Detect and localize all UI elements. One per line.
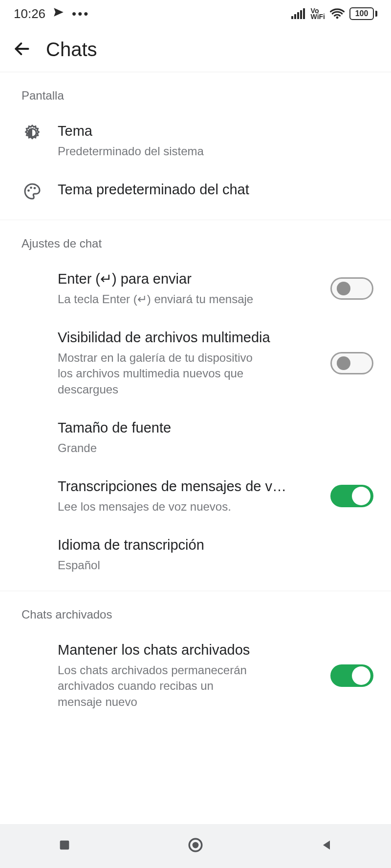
row-subtitle: Los chats archivados permanecerán archiv… bbox=[58, 662, 253, 710]
svg-point-12 bbox=[193, 842, 199, 848]
row-title: Mantener los chats archivados bbox=[58, 641, 306, 660]
row-title: Tema predeterminado del chat bbox=[58, 181, 373, 199]
wifi-icon bbox=[330, 8, 345, 19]
svg-rect-3 bbox=[300, 10, 302, 19]
row-media-visibility[interactable]: Visibilidad de archivos multimedia Mostr… bbox=[0, 318, 391, 408]
page-title: Chats bbox=[46, 39, 97, 61]
android-nav-bar bbox=[0, 824, 391, 868]
brightness-icon bbox=[22, 122, 43, 144]
svg-rect-0 bbox=[291, 16, 293, 19]
app-bar: Chats bbox=[0, 27, 391, 72]
toggle-media-visibility[interactable] bbox=[330, 352, 373, 374]
row-title: Transcripciones de mensajes de v… bbox=[58, 477, 306, 496]
row-title: Enter (↵) para enviar bbox=[58, 270, 306, 289]
row-subtitle: La tecla Enter (↵) enviará tu mensaje bbox=[58, 291, 282, 307]
svg-rect-1 bbox=[294, 14, 296, 19]
svg-rect-4 bbox=[303, 8, 305, 19]
row-theme[interactable]: Tema Predeterminado del sistema bbox=[0, 111, 391, 170]
svg-point-9 bbox=[34, 187, 36, 189]
back-icon[interactable] bbox=[13, 40, 31, 60]
svg-rect-2 bbox=[297, 12, 299, 19]
battery-level: 100 bbox=[355, 9, 369, 18]
nav-recents-icon[interactable] bbox=[58, 838, 71, 854]
row-font-size[interactable]: Tamaño de fuente Grande bbox=[0, 408, 391, 467]
row-subtitle: Lee los mensajes de voz nuevos. bbox=[58, 499, 282, 515]
svg-rect-10 bbox=[60, 841, 69, 850]
status-bar: 10:26 ••• VoWiFi bbox=[0, 0, 391, 27]
nav-back-icon[interactable] bbox=[320, 838, 333, 854]
palette-icon bbox=[22, 181, 43, 202]
more-icon: ••• bbox=[72, 6, 89, 21]
send-icon bbox=[52, 6, 65, 22]
toggle-voice-transcripts[interactable] bbox=[330, 485, 373, 507]
row-title: Tema bbox=[58, 122, 373, 141]
toggle-keep-archived[interactable] bbox=[330, 664, 373, 687]
row-title: Tamaño de fuente bbox=[58, 419, 373, 437]
row-chat-theme[interactable]: Tema predeterminado del chat bbox=[0, 170, 391, 213]
toggle-enter-to-send[interactable] bbox=[330, 277, 373, 300]
row-subtitle: Español bbox=[58, 558, 268, 573]
row-voice-transcripts[interactable]: Transcripciones de mensajes de v… Lee lo… bbox=[0, 467, 391, 525]
cellular-signal-icon bbox=[291, 8, 306, 19]
row-keep-archived[interactable]: Mantener los chats archivados Los chats … bbox=[0, 630, 391, 721]
status-time: 10:26 bbox=[14, 6, 45, 21]
row-subtitle: Grande bbox=[58, 440, 268, 456]
row-subtitle: Mostrar en la galería de tu dispositivo … bbox=[58, 350, 268, 397]
section-header-chat-settings: Ajustes de chat bbox=[0, 237, 391, 259]
svg-point-7 bbox=[27, 189, 30, 192]
nav-home-icon[interactable] bbox=[187, 837, 204, 855]
section-archived: Chats archivados Mantener los chats arch… bbox=[0, 591, 391, 727]
row-title: Idioma de transcripción bbox=[58, 536, 373, 555]
row-subtitle: Predeterminado del sistema bbox=[58, 144, 268, 159]
row-title: Visibilidad de archivos multimedia bbox=[58, 329, 306, 347]
battery-icon: 100 bbox=[349, 7, 377, 20]
row-enter-to-send[interactable]: Enter (↵) para enviar La tecla Enter (↵)… bbox=[0, 259, 391, 318]
vowifi-icon: VoWiFi bbox=[311, 8, 325, 20]
section-header-archived: Chats archivados bbox=[0, 608, 391, 630]
section-display: Pantalla Tema Predeterminado del sistema bbox=[0, 72, 391, 220]
row-transcript-language[interactable]: Idioma de transcripción Español bbox=[0, 525, 391, 584]
svg-point-8 bbox=[30, 186, 32, 189]
section-chat-settings: Ajustes de chat Enter (↵) para enviar La… bbox=[0, 220, 391, 591]
section-header-display: Pantalla bbox=[0, 89, 391, 111]
